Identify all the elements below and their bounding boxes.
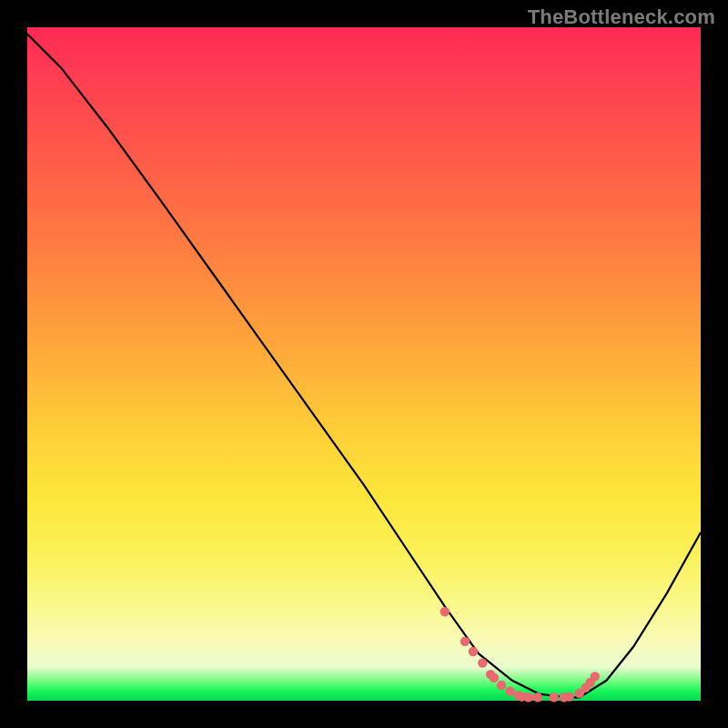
chart-plot-area [27, 27, 701, 701]
marker-dot [469, 647, 478, 656]
marker-dot [533, 693, 542, 702]
watermark-text: TheBottleneck.com [528, 5, 715, 29]
chart-svg [27, 27, 701, 701]
marker-dot [550, 693, 559, 702]
marker-dot [505, 686, 514, 695]
marker-dot [490, 673, 499, 682]
marker-dot [591, 672, 600, 681]
marker-dot [565, 692, 574, 701]
marker-dot [497, 681, 506, 690]
marker-dot [460, 637, 470, 646]
optimal-region-markers [440, 607, 600, 702]
marker-dot [523, 693, 532, 702]
marker-dot [440, 607, 450, 616]
bottleneck-curve-line [27, 34, 701, 697]
marker-dot [478, 658, 487, 667]
